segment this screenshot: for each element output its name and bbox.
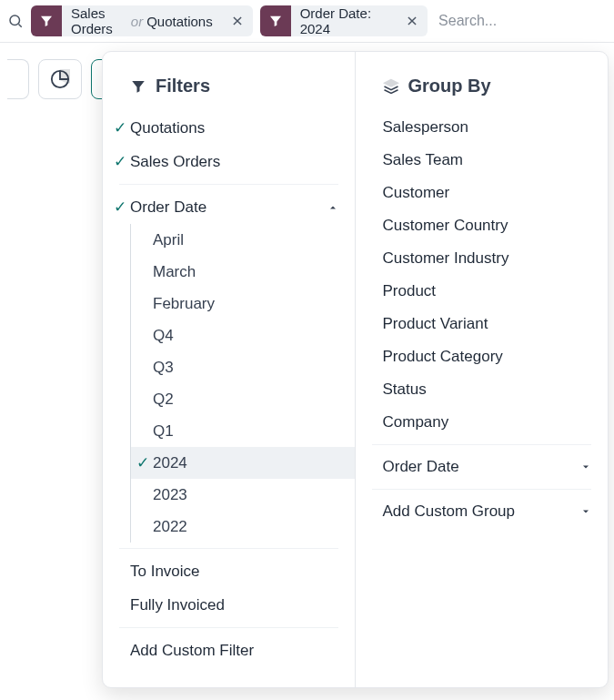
separator [372,489,592,490]
search-facet-label: Sales Orders or Quotations [62,5,222,36]
group-by-title: Group By [356,66,609,111]
search-bar[interactable]: Sales Orders or Quotations Order Date: 2… [0,0,614,43]
filter-order-date-q4[interactable]: ✓ Q4 [131,320,355,351]
caret-up-icon [327,202,338,213]
check-icon: ✓ [136,453,153,472]
group-by-sales-team[interactable]: Sales Team [356,144,609,177]
search-facet-filter-2[interactable]: Order Date: 2024 [260,5,428,36]
view-button-partial[interactable] [7,59,29,99]
filter-order-date[interactable]: ✓ Order Date [103,190,355,224]
check-icon: ✓ [114,152,130,171]
funnel-icon [260,5,291,36]
filter-order-date-april[interactable]: ✓ April [131,224,355,256]
filters-title: Filters [103,66,355,111]
svg-marker-8 [384,79,398,86]
filters-column: Filters ✓ Quotations ✓ Sales Orders ✓ Or… [103,52,356,687]
caret-down-icon [580,506,591,517]
group-by-product-variant[interactable]: Product Variant [356,308,609,340]
group-by-salesperson[interactable]: Salesperson [356,111,609,144]
search-facet-remove[interactable] [397,5,428,36]
funnel-icon [31,5,62,36]
group-by-product-category[interactable]: Product Category [356,340,609,373]
group-by-column: Group By Salesperson Sales Team Customer… [356,52,609,687]
separator [119,548,338,549]
filter-order-date-2024[interactable]: ✓ 2024 [131,447,355,479]
pie-chart-icon [50,69,70,89]
group-by-status[interactable]: Status [356,373,609,406]
check-icon: ✓ [114,198,130,217]
search-facet-remove[interactable] [222,5,253,36]
filter-order-date-march[interactable]: ✓ March [131,256,355,288]
search-icon [7,13,24,29]
filter-order-date-submenu: ✓ April ✓ March ✓ February ✓ Q4 ✓ Q3 [130,224,355,543]
separator [372,444,592,445]
filter-order-date-2023[interactable]: ✓ 2023 [131,479,355,511]
group-by-company[interactable]: Company [356,406,609,439]
filter-sales-orders[interactable]: ✓ Sales Orders [103,145,355,178]
search-options-panel: Filters ✓ Quotations ✓ Sales Orders ✓ Or… [102,51,609,688]
filter-quotations[interactable]: ✓ Quotations [103,111,355,145]
funnel-icon [130,78,146,95]
group-by-product[interactable]: Product [356,275,609,308]
add-custom-group[interactable]: Add Custom Group [356,495,609,528]
search-facet-filter-1[interactable]: Sales Orders or Quotations [31,5,253,36]
caret-down-icon [580,462,591,472]
group-by-customer[interactable]: Customer [356,177,609,209]
group-by-customer-country[interactable]: Customer Country [356,209,609,242]
separator [119,184,338,185]
search-input[interactable] [435,7,607,35]
filter-order-date-february[interactable]: ✓ February [131,288,355,320]
view-button-pie[interactable] [38,59,82,99]
svg-point-0 [10,15,20,25]
filter-order-date-2022[interactable]: ✓ 2022 [131,511,355,543]
layers-icon [383,78,399,95]
filter-order-date-q2[interactable]: ✓ Q2 [131,383,355,415]
group-by-order-date[interactable]: Order Date [356,451,609,483]
group-by-customer-industry[interactable]: Customer Industry [356,242,609,275]
search-facet-label: Order Date: 2024 [291,5,397,36]
check-icon: ✓ [114,118,130,137]
svg-line-1 [18,24,21,26]
filter-order-date-q3[interactable]: ✓ Q3 [131,351,355,383]
add-custom-filter[interactable]: ✓ Add Custom Filter [103,634,355,667]
separator [119,627,338,628]
filter-to-invoice[interactable]: ✓ To Invoice [103,554,355,588]
filter-order-date-q1[interactable]: ✓ Q1 [131,415,355,447]
filter-fully-invoiced[interactable]: ✓ Fully Invoiced [103,588,355,622]
